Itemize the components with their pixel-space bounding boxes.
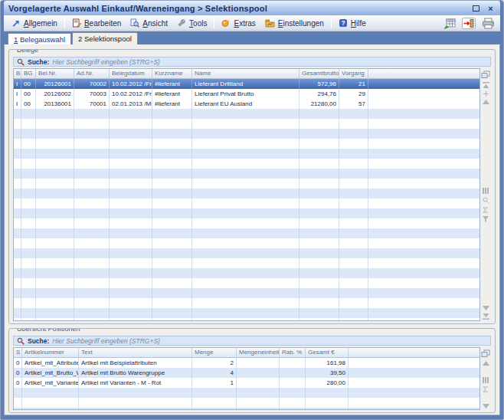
menu-item-tools[interactable]: Tools xyxy=(172,17,211,29)
empty-row[interactable] xyxy=(14,268,479,278)
plus-icon[interactable] xyxy=(483,91,489,97)
empty-row[interactable] xyxy=(14,189,479,199)
belege-search-input[interactable]: Suche: Hier Suchbegriff eingeben (STRG+S… xyxy=(13,57,491,67)
scroll-top-icon[interactable] xyxy=(483,82,489,88)
cell xyxy=(74,318,110,320)
zoom-icon[interactable] xyxy=(483,197,489,204)
menu-item-label: Ansicht xyxy=(142,19,168,28)
table-row[interactable]: 0Artikel_mit_Brutto_WArtikel mit Brutto … xyxy=(14,368,479,378)
columns-icon[interactable] xyxy=(483,377,489,383)
empty-row[interactable] xyxy=(14,109,479,119)
cell xyxy=(339,159,368,169)
column-header: Gesamtbrutto xyxy=(299,69,339,78)
cell xyxy=(339,119,368,129)
positionen-search-input[interactable]: Suche: Hier Suchbegriff eingeben (STRG+S… xyxy=(13,336,491,346)
menu-item-hilfe[interactable]: ?Hilfe xyxy=(334,17,371,29)
restore-button[interactable] xyxy=(471,4,481,13)
empty-row[interactable] xyxy=(14,218,479,228)
close-button[interactable]: × xyxy=(486,4,496,13)
cell xyxy=(110,159,152,169)
title-bar[interactable]: Vorgelagerte Auswahl Einkauf/Wareneingan… xyxy=(4,1,500,15)
cell: 280,00 xyxy=(306,378,349,388)
empty-row[interactable] xyxy=(14,139,479,149)
tab-belegauswahl[interactable]: 1 Belegauswahl xyxy=(8,33,71,44)
empty-row[interactable] xyxy=(14,208,479,218)
print-button[interactable] xyxy=(480,17,496,30)
table-row[interactable]: 0Artikel_mit_AttributenArtikel mit Beisp… xyxy=(14,358,479,368)
belege-grid-header[interactable]: BBGBel.Nr.Ad.Nr.BelegdatumKurznameNameGe… xyxy=(14,69,479,79)
positionen-grid-header[interactable]: SArtikelnummerTextMengeMengeneinheitRab.… xyxy=(14,348,479,358)
cell xyxy=(74,228,110,238)
menu-item-einstellungen[interactable]: Einstellungen xyxy=(260,18,329,29)
column-chooser-icon[interactable] xyxy=(481,349,490,358)
empty-row[interactable] xyxy=(14,308,479,318)
scroll-down-icon[interactable] xyxy=(483,306,489,310)
scroll-up-icon[interactable] xyxy=(483,100,489,104)
table-row[interactable]: I00201260017000210.02.2012 /Fr#lieferant… xyxy=(14,79,479,89)
sum-icon[interactable] xyxy=(483,207,489,213)
empty-row[interactable] xyxy=(14,129,479,139)
empty-row[interactable] xyxy=(14,119,479,129)
cell xyxy=(110,139,152,149)
table-row[interactable]: I00201260027000310.02.2012 /Fr#lieferant… xyxy=(14,89,479,99)
cell xyxy=(339,298,368,308)
menu-item-extras[interactable]: Extras xyxy=(217,17,260,29)
menu-item-allgemein[interactable]: Allgemein xyxy=(7,18,62,29)
empty-row[interactable] xyxy=(14,398,479,408)
table-row[interactable]: I00201360017000102.01.2013 /Mi#lieferant… xyxy=(14,99,479,109)
empty-row[interactable] xyxy=(14,248,479,258)
menu-item-ansicht[interactable]: Ansicht xyxy=(126,17,172,29)
cell xyxy=(192,298,299,308)
empty-row[interactable] xyxy=(14,238,479,248)
cell xyxy=(280,388,306,398)
cell xyxy=(74,268,110,278)
cell xyxy=(21,298,36,308)
empty-row[interactable] xyxy=(14,408,479,409)
scroll-down-icon[interactable] xyxy=(483,404,489,409)
empty-row[interactable] xyxy=(14,169,479,179)
cell xyxy=(192,398,237,408)
menu-item-bearbeiten[interactable]: Bearbeiten xyxy=(67,17,126,29)
empty-row[interactable] xyxy=(14,149,479,159)
cell xyxy=(306,408,349,409)
table-row[interactable]: 0Artikel_mit_Varianten.Artikel mit Varia… xyxy=(14,378,479,388)
cell xyxy=(339,199,368,208)
cell xyxy=(192,189,299,199)
cell xyxy=(237,398,280,408)
empty-row[interactable] xyxy=(14,278,479,288)
scroll-bottom-icon[interactable] xyxy=(483,313,489,320)
search-placeholder: Hier Suchbegriff eingeben (STRG+S) xyxy=(52,337,160,345)
exit-button[interactable] xyxy=(461,17,476,30)
cell xyxy=(110,318,152,320)
cell xyxy=(21,228,36,238)
cell xyxy=(74,258,110,268)
empty-row[interactable] xyxy=(14,199,479,208)
cell xyxy=(299,179,339,189)
empty-row[interactable] xyxy=(14,159,479,169)
empty-row[interactable] xyxy=(14,228,479,238)
empty-row[interactable] xyxy=(14,318,479,320)
cell: 57 xyxy=(339,99,368,109)
settings-icon xyxy=(265,19,275,28)
filter-icon[interactable] xyxy=(483,216,489,222)
empty-row[interactable] xyxy=(14,258,479,268)
columns-icon[interactable] xyxy=(483,188,489,194)
cell: 10.02.2012 /Fr xyxy=(110,79,152,89)
empty-row[interactable] xyxy=(14,298,479,308)
empty-row[interactable] xyxy=(14,288,479,298)
column-header: Name xyxy=(192,69,299,78)
cell: 21280,00 xyxy=(299,99,339,109)
cell xyxy=(339,109,368,119)
cell xyxy=(192,268,299,278)
cell xyxy=(74,189,110,199)
table-export-button[interactable] xyxy=(442,17,457,30)
empty-row[interactable] xyxy=(14,179,479,189)
empty-row[interactable] xyxy=(14,388,479,398)
column-chooser-icon[interactable] xyxy=(481,71,490,79)
tab-selektionspool[interactable]: 2 Selektionspool xyxy=(72,32,138,44)
cell xyxy=(237,388,280,398)
cell xyxy=(21,159,36,169)
sum-icon[interactable] xyxy=(483,386,489,392)
scroll-up-icon[interactable] xyxy=(483,361,489,366)
filler-cell xyxy=(349,378,479,388)
